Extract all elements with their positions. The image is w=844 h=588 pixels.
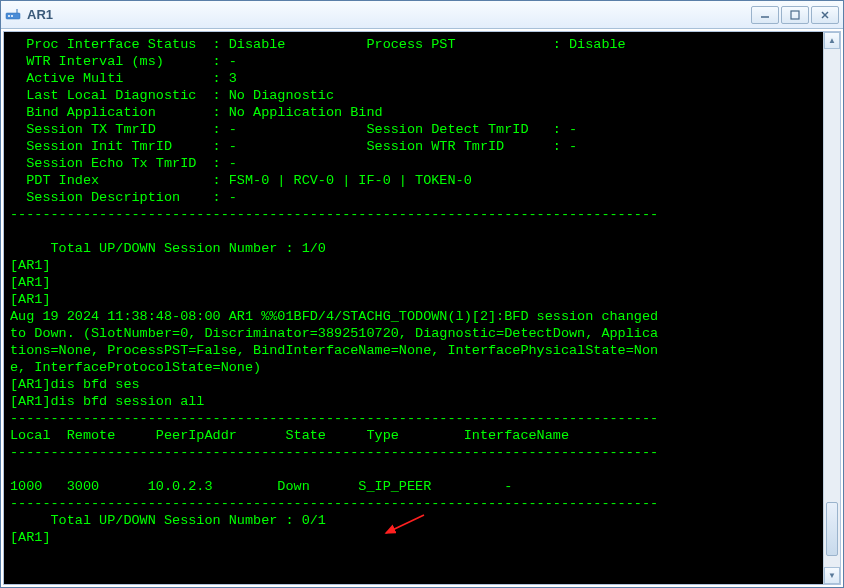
svg-rect-5 (791, 11, 799, 19)
router-icon (5, 7, 21, 23)
close-button[interactable] (811, 6, 839, 24)
vertical-scrollbar[interactable]: ▲ ▼ (823, 32, 840, 584)
maximize-button[interactable] (781, 6, 809, 24)
scroll-down-button[interactable]: ▼ (824, 567, 840, 584)
svg-point-1 (8, 15, 10, 17)
minimize-button[interactable] (751, 6, 779, 24)
titlebar[interactable]: AR1 (1, 1, 843, 29)
scroll-thumb[interactable] (826, 502, 838, 556)
svg-point-2 (11, 15, 13, 17)
terminal-output[interactable]: Proc Interface Status : Disable Process … (4, 32, 823, 584)
app-window: AR1 Proc Interface Status : Disable Proc… (0, 0, 844, 588)
window-title: AR1 (27, 7, 751, 22)
window-controls (751, 6, 839, 24)
terminal-container: Proc Interface Status : Disable Process … (3, 31, 841, 585)
scroll-up-button[interactable]: ▲ (824, 32, 840, 49)
